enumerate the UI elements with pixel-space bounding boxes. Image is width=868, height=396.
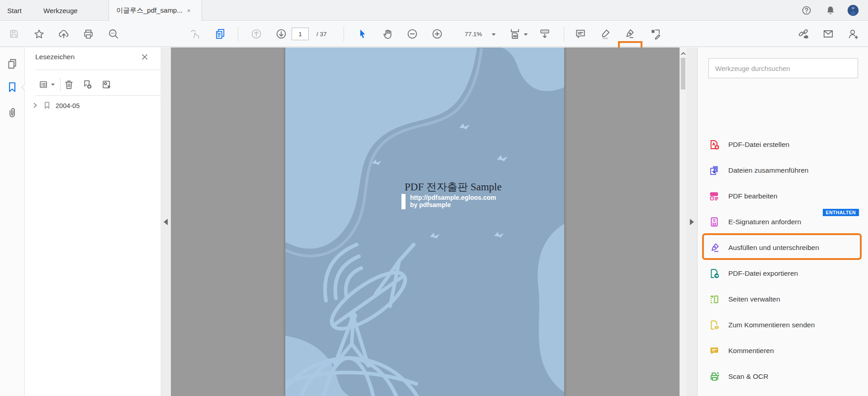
bookmark-ribbon-icon: [43, 101, 51, 111]
tool-label: E-Signaturen anfordern: [728, 218, 801, 226]
divider: [35, 70, 160, 70]
page-title-text: PDF 전자출판 Sample: [405, 181, 502, 193]
bell-icon[interactable]: [825, 5, 836, 16]
collapse-left-icon: [164, 219, 168, 225]
add-bookmark-icon[interactable]: [81, 78, 94, 91]
scroll-up-icon[interactable]: [680, 50, 686, 58]
scan-ocr-icon: [708, 371, 720, 382]
collapse-left-panel-handle[interactable]: [160, 47, 171, 396]
combine-files-icon: [708, 165, 720, 176]
zoom-in-icon[interactable]: [430, 27, 444, 41]
avatar[interactable]: [847, 5, 859, 16]
document-view[interactable]: PDF 전자출판 Sample http://pdfsample.egloos.…: [171, 47, 679, 396]
bookmarks-panel-icon[interactable]: [6, 81, 19, 94]
options-caret-icon[interactable]: [47, 78, 59, 91]
touch-mode-icon[interactable]: [189, 27, 202, 41]
star-icon[interactable]: [32, 27, 46, 41]
send-for-comments-icon: [708, 319, 720, 331]
page-total-label: / 37: [316, 21, 327, 47]
bookmark-target-icon[interactable]: [100, 78, 113, 91]
bookmarks-panel: Lesezeichen: [25, 47, 160, 396]
tool-label: Dateien zusammenführen: [728, 166, 809, 174]
main-toolbar: / 37 77.1%: [0, 21, 868, 47]
scrollbar-thumb[interactable]: [681, 58, 685, 90]
expand-chevron-icon[interactable]: [32, 102, 38, 110]
tool-comment[interactable]: Kommentieren: [708, 338, 862, 363]
tool-create-pdf[interactable]: PDF-Datei erstellen: [708, 132, 862, 157]
highlighter-icon[interactable]: [599, 27, 612, 41]
next-page-icon[interactable]: [274, 27, 288, 41]
tool-organize-pages[interactable]: Seiten verwalten: [708, 286, 862, 312]
attachments-panel-icon[interactable]: [6, 106, 19, 119]
zoom-level-label: 77.1%: [465, 21, 482, 47]
tab-start[interactable]: Start: [7, 0, 22, 21]
fill-and-sign-icon: [708, 242, 720, 254]
tool-protect[interactable]: Schützen: [708, 389, 862, 396]
tool-label: Ausfüllen und unterschreiben: [728, 244, 819, 252]
page-number-input[interactable]: [292, 28, 309, 40]
add-user-icon[interactable]: [846, 27, 860, 41]
fit-width-icon[interactable]: [508, 27, 522, 41]
close-tab-icon[interactable]: ×: [187, 7, 191, 14]
enthalten-badge: ENTHALTEN: [823, 209, 859, 216]
main-area: Lesezeichen: [0, 47, 868, 396]
comment-icon[interactable]: [574, 27, 587, 41]
toolbar-divider: [238, 26, 238, 42]
tool-label: Scan & OCR: [728, 372, 769, 381]
export-pdf-icon: [708, 268, 720, 279]
document-scrollbar[interactable]: [679, 47, 686, 396]
fit-dropdown-caret[interactable]: [524, 30, 528, 38]
tool-combine-files[interactable]: Dateien zusammenführen: [708, 157, 862, 183]
zoom-dropdown-caret[interactable]: [492, 30, 496, 38]
cloud-upload-icon[interactable]: [57, 27, 71, 41]
search-icon[interactable]: [107, 27, 120, 41]
tool-export-pdf[interactable]: PDF-Datei exportieren: [708, 260, 862, 286]
tab-werkzeuge[interactable]: Werkzeuge: [43, 0, 78, 21]
page-thumbnails-panel-icon[interactable]: [6, 57, 19, 70]
tool-send-for-comments[interactable]: Zum Kommentieren senden: [708, 312, 862, 338]
tool-scan-ocr[interactable]: Scan & OCR: [708, 363, 862, 389]
bookmarks-panel-title: Lesezeichen: [35, 53, 75, 61]
previous-page-icon[interactable]: [250, 27, 263, 41]
tool-label: Seiten verwalten: [728, 295, 780, 303]
tool-label: PDF-Datei exportieren: [728, 269, 798, 278]
create-pdf-icon: [708, 139, 720, 151]
close-panel-icon[interactable]: [140, 52, 150, 62]
tool-request-signatures[interactable]: ENTHALTEN E-Signaturen anfordern: [708, 209, 862, 235]
tool-fill-and-sign[interactable]: Ausfüllen und unterschreiben: [708, 235, 862, 260]
tool-label: PDF bearbeiten: [728, 192, 778, 200]
page-byline-text: by pdfsample: [410, 201, 451, 208]
fill-sign-icon[interactable]: [623, 27, 637, 41]
select-tool-icon[interactable]: [356, 27, 369, 41]
comment-tool-icon: [708, 345, 720, 357]
save-icon[interactable]: [7, 27, 21, 41]
divider: [60, 78, 61, 91]
help-icon[interactable]: [801, 5, 812, 16]
bookmark-item-label: 2004-05: [56, 102, 80, 109]
bookmark-item[interactable]: 2004-05: [25, 98, 160, 113]
scroll-mode-icon[interactable]: [538, 27, 552, 41]
pdf-page[interactable]: PDF 전자출판 Sample http://pdfsample.egloos.…: [285, 47, 564, 396]
email-icon[interactable]: [821, 27, 835, 41]
print-icon[interactable]: [81, 27, 95, 41]
document-tab-label: 이글루스_pdf_samp...: [116, 6, 183, 15]
tab-bar: Start Werkzeuge 이글루스_pdf_samp... ×: [0, 0, 868, 21]
tool-edit-pdf[interactable]: PDF bearbeiten: [708, 183, 862, 209]
stamp-pencil-icon[interactable]: [649, 27, 662, 41]
page-url-text: http://pdfsample.egloos.com: [410, 194, 496, 201]
document-tab[interactable]: 이글루스_pdf_samp... ×: [108, 0, 202, 21]
bookmarks-toolbar: [25, 73, 160, 96]
left-navigation-strip: [0, 47, 25, 396]
page-thumbnails-toolbar-icon[interactable]: [213, 27, 227, 41]
hand-tool-icon[interactable]: [381, 27, 395, 41]
search-tools-input[interactable]: [708, 58, 858, 78]
request-signatures-icon: [708, 216, 720, 228]
delete-bookmark-icon[interactable]: [62, 78, 75, 91]
collapse-right-icon: [690, 219, 694, 225]
acrobat-window: Start Werkzeuge 이글루스_pdf_samp... ×: [0, 0, 868, 396]
share-link-icon[interactable]: [797, 27, 810, 41]
edit-pdf-icon: [708, 190, 720, 202]
zoom-out-icon[interactable]: [406, 27, 419, 41]
tool-label: PDF-Datei erstellen: [728, 141, 789, 149]
collapse-right-panel-handle[interactable]: [686, 47, 697, 396]
